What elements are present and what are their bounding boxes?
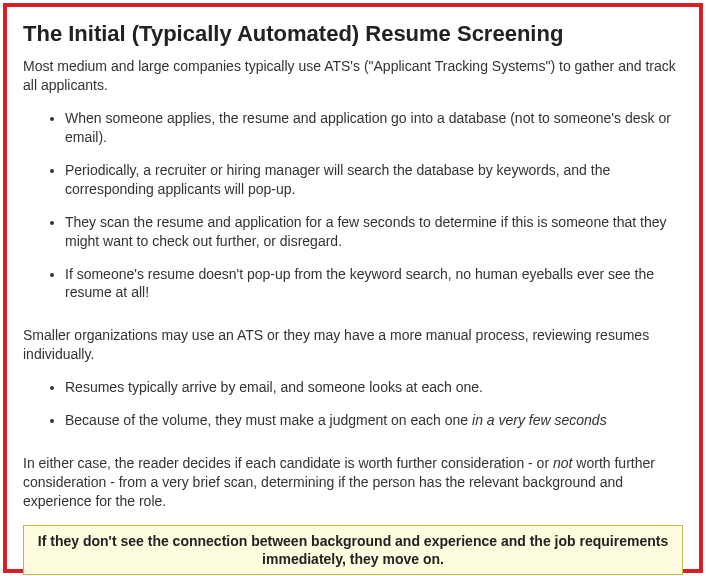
list-item: If someone's resume doesn't pop-up from … xyxy=(65,265,683,303)
callout-box: If they don't see the connection between… xyxy=(23,525,683,575)
list-item-italic: in a very few seconds xyxy=(472,412,607,428)
intro-paragraph: Most medium and large companies typicall… xyxy=(23,57,683,95)
primary-bullet-list: When someone applies, the resume and app… xyxy=(23,109,683,312)
list-item: Resumes typically arrive by email, and s… xyxy=(65,378,683,397)
closing-italic: not xyxy=(553,455,572,471)
closing-paragraph: In either case, the reader decides if ea… xyxy=(23,454,683,511)
small-orgs-paragraph: Smaller organizations may use an ATS or … xyxy=(23,326,683,364)
list-item: Because of the volume, they must make a … xyxy=(65,411,683,430)
document-box: The Initial (Typically Automated) Resume… xyxy=(3,3,703,573)
closing-text-a: In either case, the reader decides if ea… xyxy=(23,455,553,471)
list-item: Periodically, a recruiter or hiring mana… xyxy=(65,161,683,199)
page-title: The Initial (Typically Automated) Resume… xyxy=(23,21,683,47)
list-item-text: Because of the volume, they must make a … xyxy=(65,412,472,428)
list-item: When someone applies, the resume and app… xyxy=(65,109,683,147)
list-item: They scan the resume and application for… xyxy=(65,213,683,251)
secondary-bullet-list: Resumes typically arrive by email, and s… xyxy=(23,378,683,440)
